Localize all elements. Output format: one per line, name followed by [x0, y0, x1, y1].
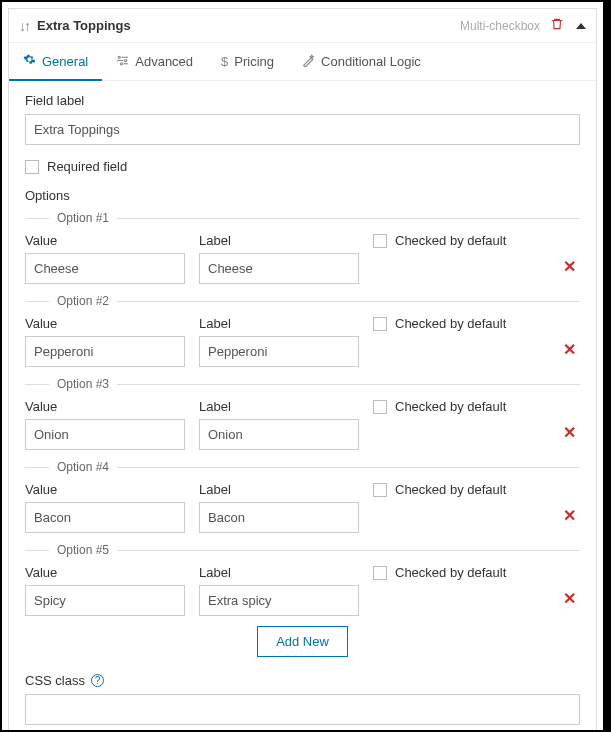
field-label-input[interactable]: [25, 114, 580, 145]
option-label-label: Label: [199, 233, 359, 248]
option-legend: Option #3: [57, 377, 109, 391]
options-section-label: Options: [25, 188, 580, 203]
option-label-label: Label: [199, 399, 359, 414]
field-type-label: Multi-checkbox: [460, 19, 540, 33]
tab-general[interactable]: General: [9, 43, 102, 81]
option-legend: Option #2: [57, 294, 109, 308]
option-checked-default-label: Checked by default: [395, 316, 506, 331]
css-class-input[interactable]: [25, 694, 580, 725]
drag-handle-icon[interactable]: ↓↑: [19, 18, 29, 34]
remove-option-icon[interactable]: ✕: [558, 259, 580, 275]
trash-icon[interactable]: [550, 17, 564, 34]
remove-option-icon[interactable]: ✕: [558, 508, 580, 524]
dollar-icon: $: [221, 54, 228, 69]
tab-pricing[interactable]: $ Pricing: [207, 43, 288, 80]
field-label-label: Field label: [25, 93, 580, 108]
add-new-button[interactable]: Add New: [257, 626, 348, 657]
tab-conditional-logic[interactable]: Conditional Logic: [288, 43, 435, 80]
option-label-input[interactable]: [199, 502, 359, 533]
svg-point-0: [118, 56, 120, 58]
tab-advanced[interactable]: Advanced: [102, 43, 207, 80]
option-label-label: Label: [199, 482, 359, 497]
option-legend: Option #4: [57, 460, 109, 474]
tab-label: General: [42, 54, 88, 69]
collapse-caret-icon[interactable]: [576, 23, 586, 29]
option-value-label: Value: [25, 565, 185, 580]
panel-title: Extra Toppings: [37, 18, 131, 33]
option-value-label: Value: [25, 482, 185, 497]
option-checked-default-label: Checked by default: [395, 233, 506, 248]
option-value-input[interactable]: [25, 502, 185, 533]
css-class-label: CSS class: [25, 673, 85, 688]
remove-option-icon[interactable]: ✕: [558, 425, 580, 441]
option-legend: Option #1: [57, 211, 109, 225]
tab-label: Conditional Logic: [321, 54, 421, 69]
option-checked-default-checkbox[interactable]: [373, 566, 387, 580]
option-checked-default-label: Checked by default: [395, 399, 506, 414]
option-checked-default-checkbox[interactable]: [373, 400, 387, 414]
option-value-label: Value: [25, 316, 185, 331]
option-value-input[interactable]: [25, 253, 185, 284]
remove-option-icon[interactable]: ✕: [558, 591, 580, 607]
option-checked-default-checkbox[interactable]: [373, 483, 387, 497]
gear-icon: [23, 53, 36, 69]
option-value-input[interactable]: [25, 336, 185, 367]
option-legend: Option #5: [57, 543, 109, 557]
option-label-input[interactable]: [199, 419, 359, 450]
option-checked-default-checkbox[interactable]: [373, 234, 387, 248]
option-value-label: Value: [25, 399, 185, 414]
option-label-label: Label: [199, 316, 359, 331]
option-label-label: Label: [199, 565, 359, 580]
tab-label: Pricing: [234, 54, 274, 69]
option-value-input[interactable]: [25, 585, 185, 616]
required-field-checkbox[interactable]: [25, 160, 39, 174]
sliders-icon: [116, 54, 129, 70]
option-label-input[interactable]: [199, 253, 359, 284]
option-value-label: Value: [25, 233, 185, 248]
option-label-input[interactable]: [199, 585, 359, 616]
option-checked-default-checkbox[interactable]: [373, 317, 387, 331]
svg-point-4: [121, 62, 123, 64]
option-checked-default-label: Checked by default: [395, 565, 506, 580]
wand-icon: [302, 54, 315, 70]
remove-option-icon[interactable]: ✕: [558, 342, 580, 358]
option-value-input[interactable]: [25, 419, 185, 450]
svg-point-2: [125, 59, 127, 61]
help-icon[interactable]: ?: [91, 674, 104, 687]
option-checked-default-label: Checked by default: [395, 482, 506, 497]
option-label-input[interactable]: [199, 336, 359, 367]
tabs: General Advanced $ Pricing Conditional L…: [9, 42, 596, 81]
required-field-label: Required field: [47, 159, 127, 174]
tab-label: Advanced: [135, 54, 193, 69]
